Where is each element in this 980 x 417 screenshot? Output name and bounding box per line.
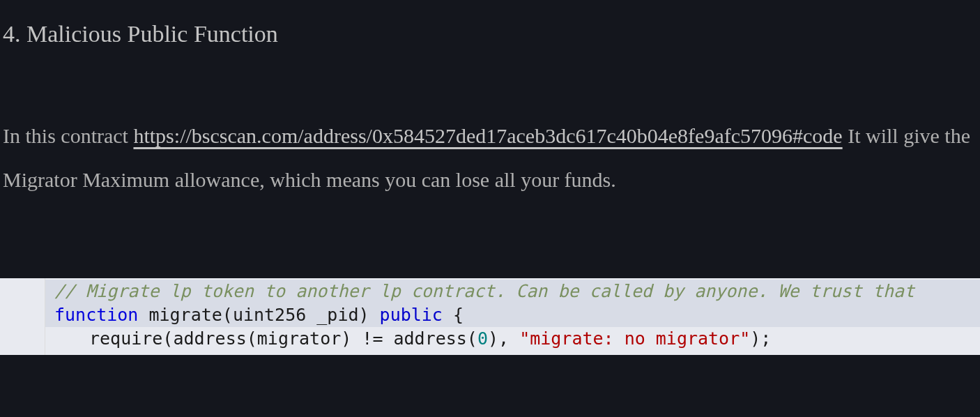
contract-link[interactable]: https://bscscan.com/address/0x584527ded1… bbox=[133, 124, 842, 147]
code-keyword-public: public bbox=[380, 305, 443, 325]
code-number-zero: 0 bbox=[477, 328, 488, 349]
code-brace: { bbox=[443, 305, 464, 325]
code-snippet: // Migrate lp token to another lp contra… bbox=[0, 278, 980, 355]
code-line-3: require(address(migrator) != address(0),… bbox=[0, 327, 980, 351]
code-line-2: function migrate(uint256 _pid) public { bbox=[0, 303, 980, 327]
code-gutter bbox=[0, 278, 45, 355]
article-section: 4. Malicious Public Function In this con… bbox=[0, 0, 980, 202]
code-line-1: // Migrate lp token to another lp contra… bbox=[0, 280, 980, 303]
code-func-signature: migrate(uint256 _pid) bbox=[148, 305, 379, 325]
code-keyword-function: function bbox=[54, 305, 148, 325]
code-require-prefix: require(address(migrator) != address( bbox=[89, 328, 477, 349]
code-string: "migrate: no migrator" bbox=[519, 328, 750, 349]
code-mid: ), bbox=[488, 328, 519, 349]
section-paragraph: In this contract https://bscscan.com/add… bbox=[3, 114, 977, 202]
code-line-end: ); bbox=[750, 328, 771, 349]
paragraph-intro: In this contract bbox=[3, 124, 133, 147]
code-comment: // Migrate lp token to another lp contra… bbox=[54, 281, 914, 301]
section-heading: 4. Malicious Public Function bbox=[3, 21, 977, 47]
